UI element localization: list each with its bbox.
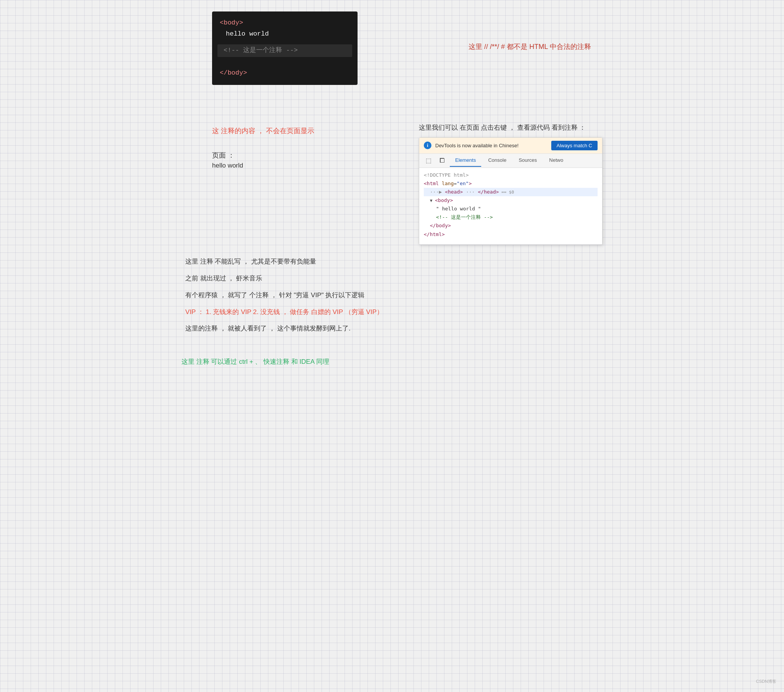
code-line-text: hello world (220, 29, 350, 40)
code-block: <body> hello world <!-- 这是一个注释 --> </bod… (212, 12, 357, 85)
page-label: 页面 ： (212, 151, 407, 160)
dom-html-close: </html> (424, 230, 598, 239)
dom-text-node: " hello world " (424, 205, 598, 213)
main-text-vip-highlight: VIP ： 1. 充钱来的 VIP 2. 没充钱 ， 做任务 白嫖的 VIP （… (185, 307, 603, 318)
dom-head-tag: ···▶ <head> ··· </head> == $0 (424, 188, 598, 196)
dom-html-tag: <html lang="en"> (424, 179, 598, 188)
main-text-5: 这里的注释 ， 就被人看到了 ， 这个事情就发酵到网上了. (185, 323, 603, 334)
tab-sources[interactable]: Sources (513, 154, 542, 167)
main-text-2: 之前 就出现过 ， 虾米音乐 (185, 273, 603, 284)
dom-comment-node: <!-- 这是一个注释 --> (424, 213, 598, 222)
bottom-note: 这里 注释 可以通过 ctrl + 、 快速注释 和 IDEA 同理 (181, 357, 603, 366)
cursor-icon[interactable]: ⬚ (423, 155, 434, 166)
tab-console[interactable]: Console (483, 154, 512, 167)
code-line-body-close: </body> (220, 68, 350, 79)
page-content-text: hello world (212, 162, 407, 169)
main-text-3: 有个程序猿 ， 就写了 个注释 ， 针对 "穷逼 VIP" 执行以下逻辑 (185, 290, 603, 301)
devtools-tabs: ⬚ ⧠ Elements Console Sources Netwo (419, 154, 602, 168)
dom-body-open: ▼ <body> (424, 196, 598, 205)
always-match-button[interactable]: Always match C (551, 141, 598, 150)
device-icon[interactable]: ⧠ (437, 155, 448, 166)
info-icon: i (424, 141, 432, 149)
code-line-comment: <!-- 这是一个注释 --> (217, 44, 352, 57)
devtools-panel: i DevTools is now available in Chinese! … (419, 137, 603, 245)
devtools-dom-content: <!DOCTYPE html> <html lang="en"> ···▶ <h… (419, 168, 602, 245)
watermark: CSDN博客 (756, 679, 776, 684)
code-line-body-open: <body> (220, 18, 350, 29)
right-note-view-source: 这里我们可以 在页面 点击右键 ， 查看源代码 看到注释 ： (419, 122, 603, 133)
tab-network[interactable]: Netwo (544, 154, 569, 167)
comment-note: 这 注释的内容 ， 不会在页面显示 (212, 126, 407, 135)
tab-elements[interactable]: Elements (450, 154, 481, 167)
main-text-1: 这里 注释 不能乱写 ， 尤其是不要带有负能量 (185, 256, 603, 267)
html-comment-annotation: 这里 // /**/ # 都不是 HTML 中合法的注释 (469, 42, 591, 51)
dom-body-close: </body> (424, 222, 598, 230)
devtools-info-text: DevTools is now available in Chinese! (435, 143, 547, 148)
devtools-info-bar: i DevTools is now available in Chinese! … (419, 138, 602, 154)
dom-doctype: <!DOCTYPE html> (424, 171, 598, 179)
